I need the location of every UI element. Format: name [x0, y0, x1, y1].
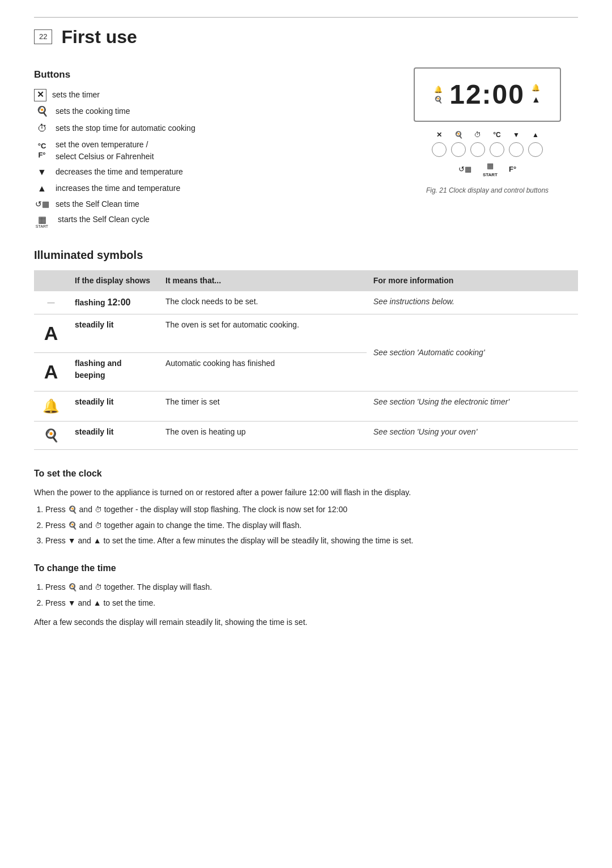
btn-decrease: ▼ decreases the time and temperature [34, 165, 374, 179]
list-item: Press 🍳 and ⏱ together again to change t… [45, 519, 578, 533]
set-clock-steps: Press 🍳 and ⏱ together - the display wil… [45, 503, 578, 548]
sym-display-1: flashing 12:00 [68, 291, 159, 314]
btn-timer-label: sets the timer [52, 89, 100, 101]
top-section: Buttons ✕ sets the timer 🍳 sets the cook… [34, 67, 578, 229]
sym-meaning-4: The timer is set [159, 391, 367, 421]
clock-btn-group-4: °C [490, 130, 504, 157]
clock-caption: Fig. 21 Clock display and control button… [426, 185, 549, 195]
change-time-steps: Press 🍳 and ⏱ together. The display will… [45, 581, 578, 610]
btn-self-clean-cycle: ▦ START starts the Self Clean cycle [34, 213, 374, 227]
illuminated-section: Illuminated symbols If the display shows… [34, 246, 578, 450]
page-title: First use [61, 23, 137, 50]
self-clean-time-icon: ↺▦ [34, 198, 50, 210]
sym-icon-A-1: A [34, 314, 68, 352]
clock-fahr-icon: F° [509, 164, 516, 175]
clock-bottom-row: ↺▦ ▦ START F° [458, 160, 516, 178]
list-item: Press 🍳 and ⏱ together - the display wil… [45, 503, 578, 517]
cooking-time-ref-icon: 🍳 [68, 505, 77, 514]
clock-btn-2[interactable] [451, 142, 466, 157]
clock-btn-group-1: ✕ [432, 130, 447, 157]
self-clean-cycle-icon: ▦ START [34, 213, 50, 227]
sym-icon-clock: — [34, 291, 68, 314]
illuminated-heading: Illuminated symbols [34, 246, 578, 263]
sym-meaning-1: The clock needs to be set. [159, 291, 367, 314]
clock-btn-group-3: ⏱ [470, 130, 485, 157]
sym-meaning-3: Automatic cooking has finished [159, 352, 367, 391]
sym-icon-oven: 🍳 [34, 421, 68, 449]
symbols-table: If the display shows It means that... Fo… [34, 270, 578, 450]
btn-decrease-label: decreases the time and temperature [56, 166, 183, 178]
clock-selfclean-icon: ↺▦ [458, 164, 471, 175]
cooking-time-icon: 🍳 [34, 104, 50, 119]
decrease-icon: ▼ [34, 165, 50, 179]
set-clock-section: To set the clock When the power to the a… [34, 467, 578, 548]
buttons-heading: Buttons [34, 67, 374, 82]
buttons-section: Buttons ✕ sets the timer 🍳 sets the cook… [34, 67, 374, 229]
btn-increase: ▲ increases the time and temperature [34, 182, 374, 195]
btn-self-clean-time-label: sets the Self Clean time [56, 198, 139, 210]
page-header: 22 First use [34, 17, 578, 50]
col-ref: For more information [367, 270, 578, 291]
btn-stop-time-label: sets the stop time for automatic cooking [56, 122, 196, 134]
sym-display-4: steadily lit [68, 391, 159, 421]
set-clock-heading: To set the clock [34, 467, 578, 480]
sym-ref-2: See section 'Automatic cooking' [367, 314, 578, 391]
table-row: A steadily lit The oven is set for autom… [34, 314, 578, 352]
btn-cooking-time-label: sets the cooking time [56, 105, 130, 117]
btn-self-clean-cycle-label: starts the Self Clean cycle [58, 214, 150, 225]
clock-btn-group-2: 🍳 [451, 130, 466, 157]
sym-meaning-5: The oven is heating up [159, 421, 367, 449]
clock-cursor-icon: ▲ [532, 93, 541, 107]
table-row: 🔔 steadily lit The timer is set See sect… [34, 391, 578, 421]
increase-icon: ▲ [34, 182, 50, 195]
btn-timer: ✕ sets the timer [34, 89, 374, 101]
change-time-heading: To change the time [34, 561, 578, 575]
sym-meaning-2: The oven is set for automatic cooking. [159, 314, 367, 352]
sym-display-3: flashing and beeping [68, 352, 159, 391]
list-item: Press ▼ and ▲ to set the time. After a f… [45, 534, 578, 548]
set-clock-intro: When the power to the appliance is turne… [34, 486, 578, 499]
clock-controls-row: ✕ 🍳 ⏱ °C ▼ ▲ [432, 130, 543, 157]
table-row: — flashing 12:00 The clock needs to be s… [34, 291, 578, 314]
list-item: Press 🍳 and ⏱ together. The display will… [45, 581, 578, 594]
clock-display-box: 🔔 🍳 12:00 🔔 ▲ [414, 67, 561, 122]
btn-temp-label: set the oven temperature / select Celsiu… [56, 139, 154, 163]
stop-time-ref-icon3: ⏱ [95, 583, 102, 592]
clock-bell-icon: 🔔 [434, 84, 443, 95]
timer-icon: ✕ [34, 89, 46, 101]
change-time-section: To change the time Press 🍳 and ⏱ togethe… [34, 561, 578, 628]
clock-btn-5[interactable] [509, 142, 524, 157]
clock-btn-1[interactable] [432, 142, 447, 157]
change-time-outro: After a few seconds the display will rem… [34, 616, 578, 628]
btn-stop-time: ⏱ sets the stop time for automatic cooki… [34, 121, 374, 136]
sym-icon-bell: 🔔 [34, 391, 68, 421]
clock-btn-group-6: ▲ [528, 130, 543, 157]
sym-display-5: steadily lit [68, 421, 159, 449]
col-display: If the display shows [68, 270, 159, 291]
stop-time-icon: ⏱ [34, 121, 50, 136]
cooking-time-ref-icon3: 🍳 [68, 583, 77, 592]
clock-btn-group-5: ▼ [509, 130, 524, 157]
clock-start-icon: ▦ [487, 160, 494, 172]
btn-temp: °C F° set the oven temperature / select … [34, 139, 374, 163]
sym-icon-A-2: A [34, 352, 68, 391]
clock-btn-6[interactable] [528, 142, 543, 157]
sym-ref-4: See section 'Using the electronic timer' [367, 391, 578, 421]
sym-ref-1: See instructions below. [367, 291, 578, 314]
clock-btn-4[interactable] [490, 142, 504, 157]
sym-display-2: steadily lit [68, 314, 159, 352]
clock-alert-icon: 🔔 [532, 83, 540, 93]
list-item: Press ▼ and ▲ to set the time. [45, 597, 578, 610]
col-icon [34, 270, 68, 291]
page-number: 22 [34, 29, 52, 44]
clock-btn-3[interactable] [470, 142, 485, 157]
clock-oven-icon: 🍳 [434, 95, 443, 105]
col-meaning: It means that... [159, 270, 367, 291]
btn-self-clean-time: ↺▦ sets the Self Clean time [34, 198, 374, 210]
cooking-time-ref-icon2: 🍳 [68, 521, 77, 530]
stop-time-ref-icon2: ⏱ [95, 521, 102, 530]
btn-cooking-time: 🍳 sets the cooking time [34, 104, 374, 119]
clock-time-display: 12:00 [449, 74, 525, 115]
stop-time-ref-icon: ⏱ [95, 505, 102, 514]
table-row: 🍳 steadily lit The oven is heating up Se… [34, 421, 578, 449]
